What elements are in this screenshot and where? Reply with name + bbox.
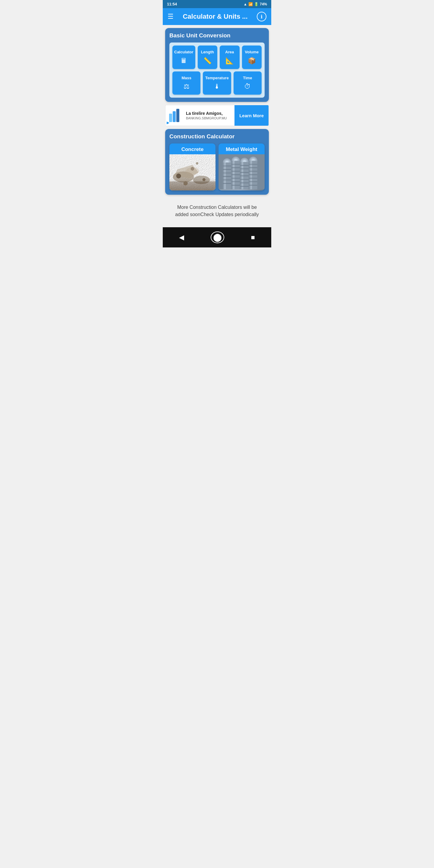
ad-text-block: La tirelire Amigos, BANKING.SBMGROUP.MU: [184, 111, 235, 120]
learn-more-button[interactable]: Learn More: [235, 105, 269, 126]
info-icon[interactable]: ℹ: [257, 12, 267, 22]
ad-sub-text: BANKING.SBMGROUP.MU: [186, 116, 232, 120]
back-button[interactable]: ◀: [173, 232, 190, 243]
metal-image: [218, 154, 265, 190]
svg-rect-1: [173, 111, 176, 122]
ad-logo-svg: [168, 107, 181, 123]
calculator-btn[interactable]: Calculator 🖩: [173, 45, 195, 69]
svg-rect-2: [169, 114, 172, 122]
concrete-label: Concrete: [169, 144, 216, 154]
update-notice: More Construction Calculators will be ad…: [163, 198, 271, 224]
area-btn[interactable]: Area 📐: [220, 45, 239, 69]
app-title: Calculator & Units ...: [179, 13, 252, 21]
basic-unit-title: Basic Unit Conversion: [169, 32, 265, 39]
menu-icon[interactable]: ☰: [167, 13, 174, 21]
construction-grid: Concrete: [169, 144, 265, 190]
svg-rect-23: [224, 162, 226, 189]
time-btn[interactable]: Time ⏱: [234, 71, 261, 95]
svg-rect-3: [169, 154, 216, 190]
unit-row-1: Calculator 🖩 Length 📏 Area 📐 Volume 📦: [173, 45, 261, 69]
temperature-btn[interactable]: Temperature 🌡: [203, 71, 231, 95]
svg-rect-0: [176, 109, 179, 122]
construction-title: Construction Calculator: [169, 133, 265, 140]
play-icon: ▶: [167, 121, 169, 125]
ad-main-text: La tirelire Amigos,: [186, 111, 232, 116]
bottom-nav: ◀ ⬤ ■: [163, 227, 271, 247]
ad-banner[interactable]: ▶ La tirelire Amigos, BANKING.SBMGROUP.M…: [165, 105, 269, 126]
svg-rect-7: [169, 181, 216, 190]
signal-icon: 📶: [248, 2, 253, 6]
wifi-icon: ▲: [244, 2, 247, 6]
metal-weight-label: Metal Weight: [218, 144, 265, 154]
svg-point-5: [193, 176, 210, 184]
battery-icon: 🔋: [254, 2, 258, 6]
status-bar: 11:54 ▲ 📶 🔋 74%: [163, 0, 271, 8]
home-button[interactable]: ⬤: [211, 231, 224, 243]
status-icons: ▲ 📶 🔋 74%: [244, 2, 267, 6]
svg-rect-40: [242, 162, 244, 189]
construction-section: Construction Calculator Concrete: [165, 129, 269, 195]
square-button[interactable]: ■: [245, 232, 261, 243]
battery-percent: 74%: [260, 2, 267, 6]
unit-row-2: Mass ⚖ Temperature 🌡 Time ⏱: [173, 71, 261, 95]
mass-btn[interactable]: Mass ⚖: [173, 71, 200, 95]
concrete-card[interactable]: Concrete: [169, 144, 216, 190]
concrete-svg: [169, 154, 216, 190]
app-bar: ☰ Calculator & Units ... ℹ: [163, 8, 271, 25]
svg-point-4: [173, 172, 194, 182]
status-time: 11:54: [167, 2, 177, 6]
metal-weight-card[interactable]: Metal Weight: [218, 144, 265, 190]
metal-svg: [218, 154, 265, 189]
ad-logo: ▶: [165, 105, 184, 126]
length-btn[interactable]: Length 📏: [198, 45, 217, 69]
basic-unit-section: Basic Unit Conversion Calculator 🖩 Lengt…: [165, 28, 269, 102]
svg-point-6: [186, 167, 199, 175]
concrete-image: [169, 154, 216, 190]
volume-btn[interactable]: Volume 📦: [242, 45, 261, 69]
svg-marker-8: [175, 165, 198, 179]
